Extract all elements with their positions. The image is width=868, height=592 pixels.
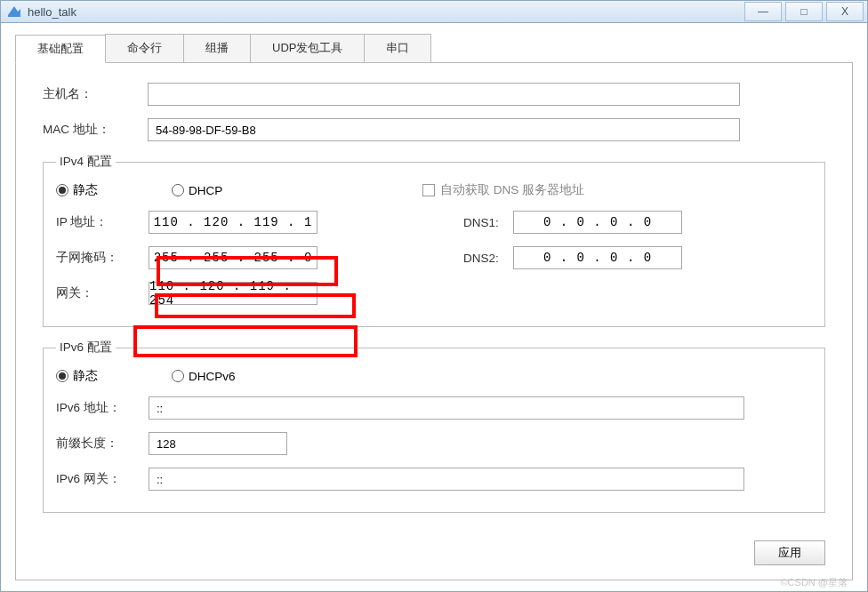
ipv6-addr-label: IPv6 地址：: [56, 400, 149, 416]
window: hello_talk — □ X 基础配置 命令行 组播 UDP发包工具 串口 …: [0, 0, 868, 592]
tab-bar: 基础配置 命令行 组播 UDP发包工具 串口: [15, 34, 853, 63]
radio-unselected-icon: [172, 370, 184, 382]
mac-input[interactable]: [148, 118, 740, 141]
row-hostname: 主机名：: [43, 83, 825, 106]
row-ipv6-gw: IPv6 网关：: [56, 468, 812, 491]
hostname-label: 主机名：: [43, 86, 148, 102]
tab-panel: 主机名： MAC 地址： IPv4 配置 静态 DHCP: [15, 63, 853, 580]
ipv6-addr-input[interactable]: [149, 396, 744, 420]
ipv6-radio-static[interactable]: 静态: [56, 368, 172, 384]
title-bar: hello_talk — □ X: [1, 1, 867, 23]
dns1-input[interactable]: 0 . 0 . 0 . 0: [513, 211, 682, 234]
watermark: ©CSDN @星落: [781, 576, 848, 589]
app-icon: [6, 4, 22, 20]
ipv6-fieldset: IPv6 配置 静态 DHCPv6 IPv6 地址： 前缀长: [43, 340, 825, 513]
row-ip: IP 地址： 110 . 120 . 119 . 1 DNS1: 0 . 0 .…: [56, 211, 812, 234]
tab-basic-config[interactable]: 基础配置: [15, 35, 106, 63]
row-mask: 子网掩码： 255 . 255 . 255 . 0 DNS2: 0 . 0 . …: [56, 246, 812, 269]
gw-input[interactable]: 110 . 120 . 119 . 254: [149, 282, 317, 305]
ipv6-prefix-label: 前缀长度：: [56, 436, 149, 452]
dns2-label: DNS2:: [463, 252, 513, 265]
ipv4-radio-dhcp[interactable]: DHCP: [172, 184, 287, 197]
auto-dns-label: 自动获取 DNS 服务器地址: [440, 182, 584, 198]
ipv6-prefix-input[interactable]: [149, 432, 287, 455]
row-mac: MAC 地址：: [43, 118, 825, 141]
ipv4-fieldset: IPv4 配置 静态 DHCP 自动获取 DNS 服务器地址: [43, 154, 825, 327]
gw-label: 网关：: [56, 285, 149, 301]
mask-input[interactable]: 255 . 255 . 255 . 0: [149, 246, 317, 269]
radio-selected-icon: [56, 184, 68, 196]
ipv4-legend: IPv4 配置: [56, 154, 116, 170]
row-ipv6-prefix: 前缀长度：: [56, 432, 812, 455]
tab-multicast[interactable]: 组播: [183, 34, 251, 62]
ipv4-radio-static[interactable]: 静态: [56, 182, 172, 198]
close-button[interactable]: X: [826, 2, 864, 21]
apply-button[interactable]: 应用: [754, 540, 825, 565]
minimize-button[interactable]: —: [744, 2, 782, 21]
ipv4-static-label: 静态: [73, 182, 98, 198]
ipv6-gw-input[interactable]: [149, 468, 744, 491]
checkbox-icon: [422, 184, 435, 196]
ipv6-radio-row: 静态 DHCPv6: [56, 368, 812, 384]
ipv4-radio-row: 静态 DHCP 自动获取 DNS 服务器地址: [56, 182, 812, 198]
ipv6-gw-label: IPv6 网关：: [56, 471, 149, 487]
dns2-input[interactable]: 0 . 0 . 0 . 0: [513, 246, 682, 269]
row-gateway: 网关： 110 . 120 . 119 . 254: [56, 282, 812, 305]
client-area: 基础配置 命令行 组播 UDP发包工具 串口 主机名： MAC 地址： IPv4…: [1, 23, 867, 591]
radio-selected-icon: [56, 370, 68, 382]
radio-unselected-icon: [172, 184, 184, 196]
ipv6-radio-dhcp[interactable]: DHCPv6: [172, 370, 236, 383]
ipv6-legend: IPv6 配置: [56, 340, 116, 356]
tab-cmdline[interactable]: 命令行: [105, 34, 184, 62]
ipv6-dhcp-label: DHCPv6: [189, 370, 236, 383]
ipv4-dhcp-label: DHCP: [189, 184, 222, 197]
mask-label: 子网掩码：: [56, 250, 149, 266]
ipv6-static-label: 静态: [73, 368, 98, 384]
row-ipv6-addr: IPv6 地址：: [56, 396, 812, 420]
mac-label: MAC 地址：: [43, 122, 148, 138]
auto-dns-checkbox-row[interactable]: 自动获取 DNS 服务器地址: [422, 182, 584, 198]
tab-udp-tool[interactable]: UDP发包工具: [250, 34, 365, 62]
dns1-label: DNS1:: [463, 216, 513, 229]
hostname-input[interactable]: [148, 83, 740, 106]
ip-input[interactable]: 110 . 120 . 119 . 1: [149, 211, 317, 234]
maximize-button[interactable]: □: [785, 2, 823, 21]
ip-label: IP 地址：: [56, 214, 149, 230]
window-controls: — □ X: [744, 2, 867, 21]
window-title: hello_talk: [28, 5, 744, 19]
tab-serial[interactable]: 串口: [364, 34, 431, 62]
